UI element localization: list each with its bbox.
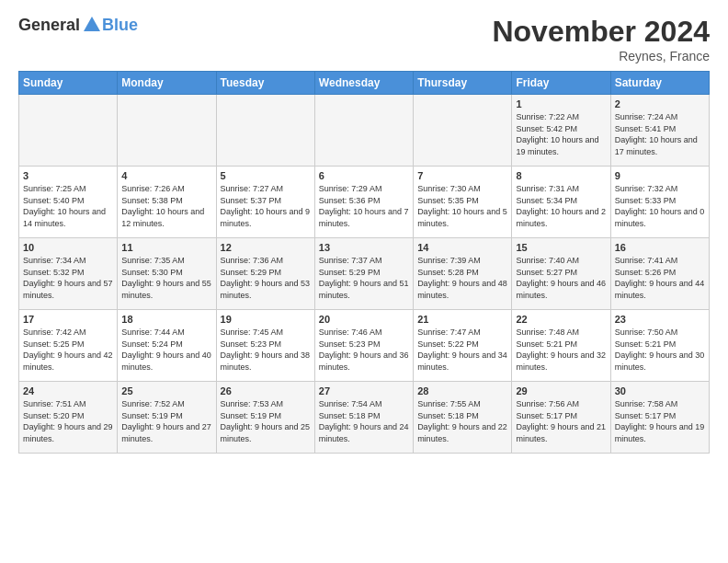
day-number: 28 [417,385,507,396]
cell-2-6: 16Sunrise: 7:41 AM Sunset: 5:26 PM Dayli… [610,238,709,310]
cell-0-2 [216,95,314,167]
day-info: Sunrise: 7:54 AM Sunset: 5:18 PM Dayligh… [319,398,409,444]
day-number: 23 [615,314,705,325]
cell-0-5: 1Sunrise: 7:22 AM Sunset: 5:42 PM Daylig… [512,95,610,167]
calendar-row-3: 17Sunrise: 7:42 AM Sunset: 5:25 PM Dayli… [19,310,710,382]
day-number: 11 [121,242,211,253]
day-info: Sunrise: 7:50 AM Sunset: 5:21 PM Dayligh… [615,327,705,373]
day-info: Sunrise: 7:53 AM Sunset: 5:19 PM Dayligh… [221,398,311,444]
calendar-row-0: 1Sunrise: 7:22 AM Sunset: 5:42 PM Daylig… [19,95,710,167]
day-number: 2 [615,98,705,109]
day-info: Sunrise: 7:35 AM Sunset: 5:30 PM Dayligh… [121,255,211,301]
day-info: Sunrise: 7:51 AM Sunset: 5:20 PM Dayligh… [23,398,113,444]
header: General Blue November 2024 Reynes, Franc… [18,15,710,63]
day-number: 16 [615,242,705,253]
day-number: 21 [417,314,507,325]
day-number: 29 [516,385,606,396]
svg-marker-0 [84,17,100,31]
day-number: 7 [417,170,507,181]
day-info: Sunrise: 7:46 AM Sunset: 5:23 PM Dayligh… [319,327,409,373]
calendar-row-4: 24Sunrise: 7:51 AM Sunset: 5:20 PM Dayli… [19,382,710,454]
day-number: 24 [23,385,113,396]
cell-1-2: 5Sunrise: 7:27 AM Sunset: 5:37 PM Daylig… [216,167,314,238]
day-info: Sunrise: 7:47 AM Sunset: 5:22 PM Dayligh… [417,327,507,373]
cell-4-0: 24Sunrise: 7:51 AM Sunset: 5:20 PM Dayli… [19,382,118,454]
day-number: 10 [23,242,113,253]
month-title: November 2024 [492,15,710,49]
day-number: 3 [23,170,113,181]
day-info: Sunrise: 7:27 AM Sunset: 5:37 PM Dayligh… [221,183,311,229]
day-number: 8 [516,170,606,181]
day-number: 15 [516,242,606,253]
col-sunday: Sunday [19,72,118,95]
cell-3-5: 22Sunrise: 7:48 AM Sunset: 5:21 PM Dayli… [512,310,610,382]
cell-4-2: 26Sunrise: 7:53 AM Sunset: 5:19 PM Dayli… [216,382,314,454]
day-number: 14 [417,242,507,253]
day-info: Sunrise: 7:36 AM Sunset: 5:29 PM Dayligh… [221,255,311,301]
col-friday: Friday [512,72,610,95]
cell-0-0 [19,95,118,167]
day-info: Sunrise: 7:22 AM Sunset: 5:42 PM Dayligh… [516,111,606,157]
logo-icon [82,15,102,35]
cell-1-0: 3Sunrise: 7:25 AM Sunset: 5:40 PM Daylig… [19,167,118,238]
cell-3-6: 23Sunrise: 7:50 AM Sunset: 5:21 PM Dayli… [610,310,709,382]
cell-4-1: 25Sunrise: 7:52 AM Sunset: 5:19 PM Dayli… [118,382,216,454]
day-info: Sunrise: 7:24 AM Sunset: 5:41 PM Dayligh… [615,111,705,157]
day-number: 19 [221,314,311,325]
day-info: Sunrise: 7:55 AM Sunset: 5:18 PM Dayligh… [417,398,507,444]
day-number: 17 [23,314,113,325]
cell-1-5: 8Sunrise: 7:31 AM Sunset: 5:34 PM Daylig… [512,167,610,238]
location: Reynes, France [492,49,710,63]
day-number: 20 [319,314,409,325]
cell-4-6: 30Sunrise: 7:58 AM Sunset: 5:17 PM Dayli… [610,382,709,454]
cell-0-6: 2Sunrise: 7:24 AM Sunset: 5:41 PM Daylig… [610,95,709,167]
day-number: 13 [319,242,409,253]
day-info: Sunrise: 7:34 AM Sunset: 5:32 PM Dayligh… [23,255,113,301]
cell-1-4: 7Sunrise: 7:30 AM Sunset: 5:35 PM Daylig… [414,167,512,238]
title-block: November 2024 Reynes, France [492,15,710,63]
day-info: Sunrise: 7:32 AM Sunset: 5:33 PM Dayligh… [615,183,705,229]
col-monday: Monday [118,72,216,95]
cell-2-0: 10Sunrise: 7:34 AM Sunset: 5:32 PM Dayli… [19,238,118,310]
cell-1-6: 9Sunrise: 7:32 AM Sunset: 5:33 PM Daylig… [610,167,709,238]
day-info: Sunrise: 7:48 AM Sunset: 5:21 PM Dayligh… [516,327,606,373]
day-info: Sunrise: 7:44 AM Sunset: 5:24 PM Dayligh… [121,327,211,373]
day-info: Sunrise: 7:56 AM Sunset: 5:17 PM Dayligh… [516,398,606,444]
cell-2-1: 11Sunrise: 7:35 AM Sunset: 5:30 PM Dayli… [118,238,216,310]
day-info: Sunrise: 7:25 AM Sunset: 5:40 PM Dayligh… [23,183,113,229]
day-number: 5 [221,170,311,181]
day-number: 25 [121,385,211,396]
cell-3-1: 18Sunrise: 7:44 AM Sunset: 5:24 PM Dayli… [118,310,216,382]
day-info: Sunrise: 7:40 AM Sunset: 5:27 PM Dayligh… [516,255,606,301]
cell-2-2: 12Sunrise: 7:36 AM Sunset: 5:29 PM Dayli… [216,238,314,310]
day-info: Sunrise: 7:58 AM Sunset: 5:17 PM Dayligh… [615,398,705,444]
col-wednesday: Wednesday [314,72,413,95]
cell-0-4 [414,95,512,167]
day-number: 18 [121,314,211,325]
logo-general: General [18,16,80,35]
cell-2-5: 15Sunrise: 7:40 AM Sunset: 5:27 PM Dayli… [512,238,610,310]
day-number: 27 [319,385,409,396]
day-number: 4 [121,170,211,181]
day-number: 30 [615,385,705,396]
calendar-row-1: 3Sunrise: 7:25 AM Sunset: 5:40 PM Daylig… [19,167,710,238]
cell-0-3 [314,95,413,167]
day-info: Sunrise: 7:42 AM Sunset: 5:25 PM Dayligh… [23,327,113,373]
day-info: Sunrise: 7:26 AM Sunset: 5:38 PM Dayligh… [121,183,211,229]
col-thursday: Thursday [414,72,512,95]
day-info: Sunrise: 7:31 AM Sunset: 5:34 PM Dayligh… [516,183,606,229]
cell-3-0: 17Sunrise: 7:42 AM Sunset: 5:25 PM Dayli… [19,310,118,382]
day-info: Sunrise: 7:37 AM Sunset: 5:29 PM Dayligh… [319,255,409,301]
cell-2-3: 13Sunrise: 7:37 AM Sunset: 5:29 PM Dayli… [314,238,413,310]
day-info: Sunrise: 7:52 AM Sunset: 5:19 PM Dayligh… [121,398,211,444]
day-info: Sunrise: 7:29 AM Sunset: 5:36 PM Dayligh… [319,183,409,229]
cell-4-3: 27Sunrise: 7:54 AM Sunset: 5:18 PM Dayli… [314,382,413,454]
calendar-table: Sunday Monday Tuesday Wednesday Thursday… [18,71,710,454]
col-tuesday: Tuesday [216,72,314,95]
calendar-row-2: 10Sunrise: 7:34 AM Sunset: 5:32 PM Dayli… [19,238,710,310]
day-info: Sunrise: 7:45 AM Sunset: 5:23 PM Dayligh… [221,327,311,373]
day-number: 1 [516,98,606,109]
day-number: 26 [221,385,311,396]
cell-4-5: 29Sunrise: 7:56 AM Sunset: 5:17 PM Dayli… [512,382,610,454]
cell-3-2: 19Sunrise: 7:45 AM Sunset: 5:23 PM Dayli… [216,310,314,382]
